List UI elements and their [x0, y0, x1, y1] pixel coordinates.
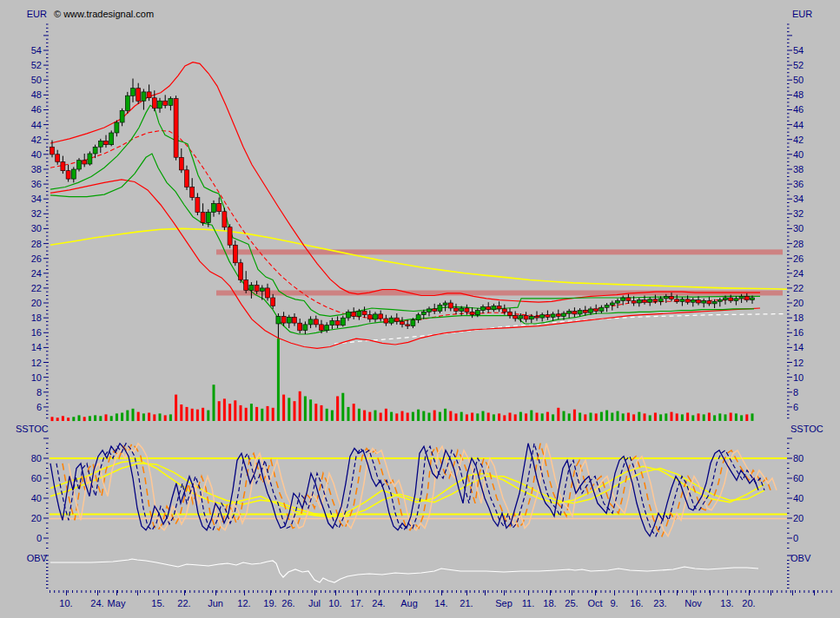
volume-bar [617, 411, 619, 421]
volume-bar [552, 414, 554, 421]
volume-bar [428, 413, 431, 422]
volume-bar [525, 413, 527, 421]
candle [98, 141, 103, 147]
price-tick-label-left: 34 [19, 194, 42, 204]
price-tick-label-left: 20 [19, 298, 42, 308]
time-axis-label: 15. [145, 598, 171, 608]
candle [675, 299, 679, 302]
candle [508, 312, 513, 315]
volume-bar [514, 414, 517, 421]
volume-bar [509, 413, 512, 422]
candle [653, 299, 658, 302]
price-tick-label-left: 36 [19, 179, 42, 189]
candle [734, 299, 738, 301]
candle [335, 321, 340, 325]
volume-bar [175, 395, 177, 421]
volume-bar [579, 413, 581, 422]
candle [751, 298, 755, 300]
time-axis-label: Nov [680, 598, 706, 608]
volume-bar [121, 413, 123, 422]
price-tick-label-right: 52 [793, 60, 804, 70]
price-tick-label-right: 18 [793, 312, 804, 323]
candle [158, 101, 162, 108]
candle [621, 298, 625, 300]
time-axis-label: 25. [559, 598, 585, 608]
volume-bar [321, 405, 323, 421]
candle [724, 298, 728, 300]
copyright-watermark: © www.tradesignal.com [54, 9, 154, 19]
volume-bar [740, 415, 743, 421]
candle [271, 298, 275, 306]
time-axis-label: 12. [231, 598, 257, 608]
volume-bar [191, 409, 194, 421]
candle [421, 312, 426, 314]
candle [739, 296, 744, 299]
candle [578, 311, 582, 314]
price-tick-label-right: 8 [793, 387, 798, 398]
volume-bar [358, 409, 360, 421]
volume-bar [314, 404, 317, 421]
volume-bar [341, 393, 344, 421]
volume-bar [347, 407, 350, 421]
candle [697, 300, 701, 303]
volume-bar [250, 404, 253, 421]
price-tick-label-right: 20 [793, 298, 804, 308]
volume-bar [498, 413, 500, 421]
price-tick-label-right: 44 [793, 120, 804, 130]
candle [287, 317, 291, 323]
candle [115, 122, 119, 133]
volume-bar [708, 413, 711, 422]
candle [239, 263, 243, 280]
volume-bar [294, 401, 296, 421]
volume-bar [304, 397, 307, 422]
price-tick-label-left: 32 [19, 208, 42, 219]
volume-bar [546, 412, 549, 421]
price-tick-label-right: 54 [793, 45, 804, 56]
time-axis-label: 16. [624, 598, 650, 608]
volume-bar [605, 411, 608, 421]
volume-bar [665, 413, 667, 421]
volume-bar [401, 411, 404, 421]
volume-bar [164, 415, 167, 421]
volume-bar [277, 339, 280, 421]
candle [136, 89, 141, 102]
time-axis-label: 24. [366, 598, 392, 608]
volume-bar [724, 414, 727, 421]
candle [352, 312, 356, 316]
volume-bar [698, 413, 700, 421]
price-tick-label-right: 42 [793, 135, 804, 145]
candle [131, 89, 136, 96]
candle [658, 299, 663, 301]
candle [400, 321, 405, 324]
volume-bar [116, 413, 118, 421]
volume-bar [196, 410, 199, 421]
price-tick-label-left: 26 [19, 253, 42, 264]
sstoc-panel-label-right: SSTOC [790, 424, 823, 434]
sstoc-tick-label-right: 60 [793, 473, 804, 483]
time-axis-label: 10. [53, 598, 79, 608]
candle [626, 298, 631, 300]
chart-canvas[interactable] [0, 0, 840, 618]
price-tick-label-right: 26 [793, 253, 804, 264]
volume-bar [234, 400, 236, 421]
volume-bar [563, 411, 566, 421]
candle [83, 161, 87, 164]
volume-bar [299, 391, 301, 421]
volume-bar [395, 413, 398, 421]
time-axis-label: 26. [275, 598, 301, 608]
sstoc-tick-label-left: 60 [19, 473, 42, 483]
volume-bar [336, 397, 339, 422]
candle [174, 99, 178, 158]
candle [605, 306, 609, 308]
volume-bar [78, 415, 81, 421]
candle [389, 318, 394, 323]
candle [632, 301, 636, 304]
volume-bar [267, 406, 269, 421]
price-tick-label-right: 34 [793, 194, 804, 204]
candle [540, 315, 545, 318]
volume-bar [568, 413, 571, 421]
volume-bar [412, 412, 414, 421]
volume-bar [751, 413, 754, 421]
volume-bar [422, 411, 425, 421]
volume-bar [374, 411, 377, 421]
